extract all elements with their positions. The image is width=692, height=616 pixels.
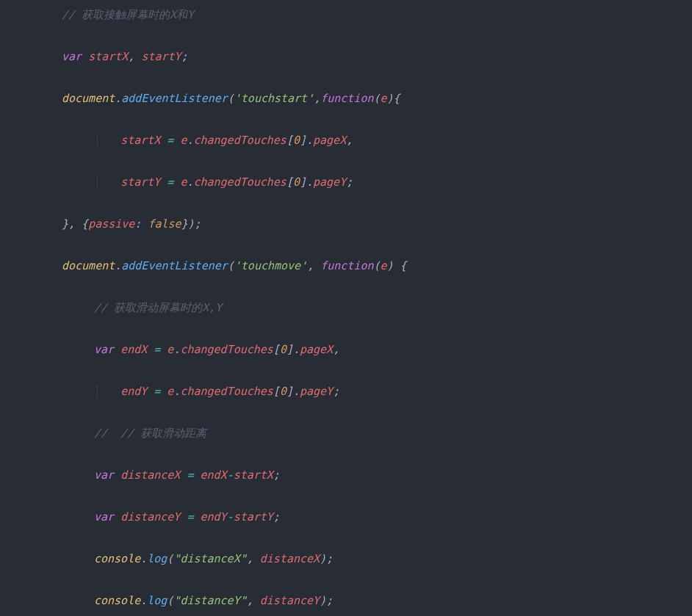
code-line: var endX = e.changedTouches[0].pageX,	[0, 339, 692, 360]
code-line: │ startY = e.changedTouches[0].pageY;	[0, 172, 692, 193]
comment: // // 获取滑动距离	[94, 427, 206, 440]
code-block: // 获取接触屏幕时的X和Y var startX, startY; docum…	[0, 0, 692, 616]
code-line: │ endY = e.changedTouches[0].pageY;	[0, 381, 692, 402]
code-line: // 获取接触屏幕时的X和Y	[0, 4, 692, 26]
code-line: console.log("distanceX", distanceX);	[0, 548, 692, 570]
code-line: var startX, startY;	[0, 46, 692, 68]
code-line: │ startX = e.changedTouches[0].pageX,	[0, 130, 692, 151]
code-line: document.addEventListener('touchmove', f…	[0, 256, 692, 277]
code-line: }, {passive: false});	[0, 214, 692, 235]
keyword-var: var	[62, 50, 82, 63]
code-line: console.log("distanceY", distanceY);	[0, 590, 692, 612]
code-line: var distanceY = endY-startY;	[0, 507, 692, 528]
code-line: var distanceX = endX-startX;	[0, 465, 692, 486]
comment: // 获取滑动屏幕时的X,Y	[94, 301, 222, 314]
code-line: document.addEventListener('touchstart',f…	[0, 88, 692, 109]
code-line: // // 获取滑动距离	[0, 423, 692, 444]
comment: // 获取接触屏幕时的X和Y	[62, 8, 194, 21]
code-line: // 获取滑动屏幕时的X,Y	[0, 297, 692, 319]
